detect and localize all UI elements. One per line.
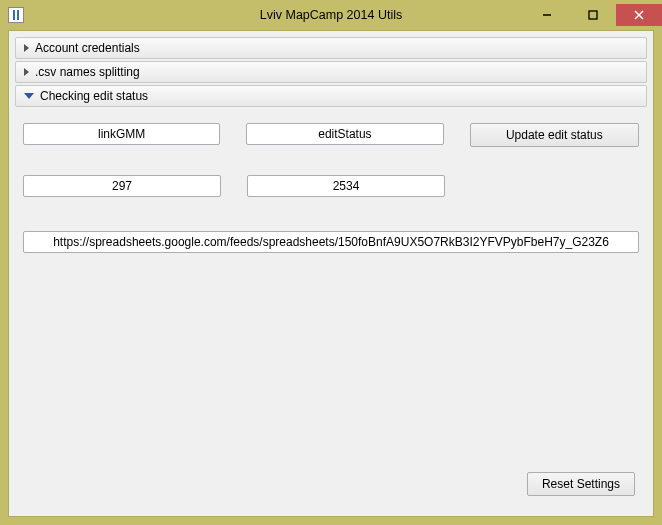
minimize-button[interactable] xyxy=(524,4,570,26)
chevron-right-icon xyxy=(24,44,29,52)
titlebar[interactable]: Lviv MapCamp 2014 Utils xyxy=(0,0,662,30)
accordion-label: Checking edit status xyxy=(40,89,148,103)
app-icon xyxy=(8,7,24,23)
columns-row: Update edit status xyxy=(23,123,639,147)
value1-input[interactable] xyxy=(23,175,221,197)
accordion-label: Account credentials xyxy=(35,41,140,55)
svg-rect-1 xyxy=(589,11,597,19)
close-button[interactable] xyxy=(616,4,662,26)
reset-settings-button[interactable]: Reset Settings xyxy=(527,472,635,496)
app-window: Lviv MapCamp 2014 Utils Account credenti… xyxy=(0,0,662,525)
accordion-header-csv-splitting[interactable]: .csv names splitting xyxy=(15,61,647,83)
window-controls xyxy=(524,4,662,26)
maximize-button[interactable] xyxy=(570,4,616,26)
accordion-label: .csv names splitting xyxy=(35,65,140,79)
value2-input[interactable] xyxy=(247,175,445,197)
footer-bar: Reset Settings xyxy=(23,464,639,502)
close-icon xyxy=(634,10,644,20)
update-edit-status-button[interactable]: Update edit status xyxy=(470,123,639,147)
edit-status-panel: Update edit status Reset Settings xyxy=(15,109,647,510)
accordion-header-edit-status[interactable]: Checking edit status xyxy=(15,85,647,107)
status-column-input[interactable] xyxy=(246,123,443,145)
values-row xyxy=(23,175,639,197)
chevron-right-icon xyxy=(24,68,29,76)
client-area: Account credentials .csv names splitting… xyxy=(8,30,654,517)
accordion-header-account-credentials[interactable]: Account credentials xyxy=(15,37,647,59)
feed-url-input[interactable] xyxy=(23,231,639,253)
link-column-input[interactable] xyxy=(23,123,220,145)
accordion-account-credentials: Account credentials xyxy=(15,37,647,61)
chevron-down-icon xyxy=(24,93,34,99)
minimize-icon xyxy=(542,10,552,20)
accordion-csv-splitting: .csv names splitting xyxy=(15,61,647,85)
accordion-edit-status: Checking edit status Update edit status … xyxy=(15,85,647,510)
maximize-icon xyxy=(588,10,598,20)
